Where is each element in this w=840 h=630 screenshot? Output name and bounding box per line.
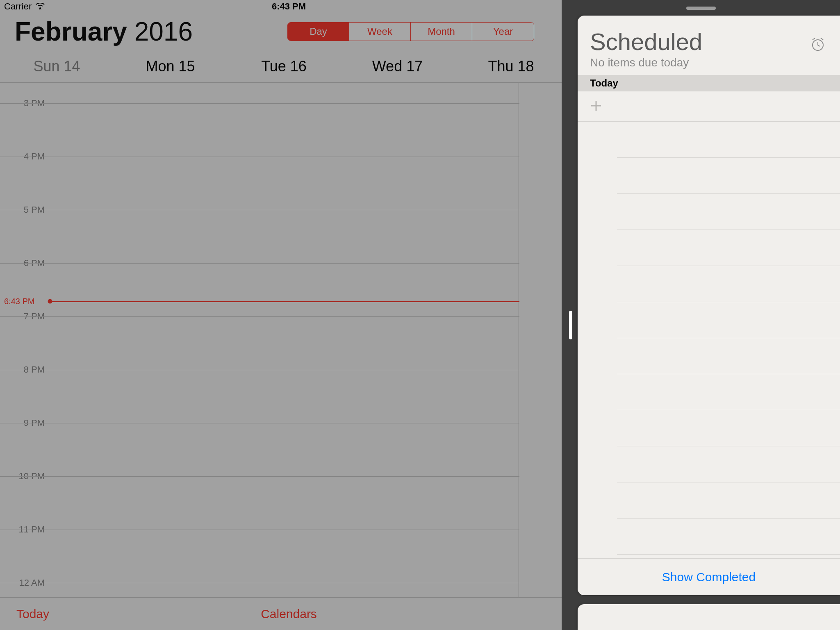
segment-year[interactable]: Year	[472, 23, 534, 41]
list-item[interactable]	[617, 302, 840, 338]
hour-line	[0, 423, 519, 423]
list-item[interactable]	[617, 194, 840, 230]
hour-line	[0, 210, 519, 210]
weekday-wed[interactable]: Wed 17	[341, 58, 454, 75]
reminders-title: Scheduled	[590, 28, 828, 55]
now-indicator-line	[48, 301, 519, 302]
calendars-button[interactable]: Calendars	[261, 607, 317, 621]
list-item[interactable]	[617, 482, 840, 519]
hour-line	[0, 157, 519, 157]
list-item[interactable]	[617, 374, 840, 410]
slideover-top-handle[interactable]	[686, 7, 716, 10]
status-bar: Carrier 6:43 PM	[0, 0, 578, 13]
list-item[interactable]	[617, 410, 840, 446]
plus-icon[interactable]	[590, 100, 602, 114]
calendar-toolbar: Today Calendars	[0, 597, 578, 630]
next-list-card-peek[interactable]	[578, 604, 840, 630]
hour-line	[0, 316, 519, 317]
alarm-clock-icon[interactable]	[810, 36, 826, 54]
weekday-sun[interactable]: Sun 14	[0, 58, 114, 75]
today-button[interactable]: Today	[16, 607, 49, 621]
weekday-thu[interactable]: Thu 18	[454, 58, 568, 75]
hour-line	[0, 103, 519, 104]
hour-line	[0, 263, 519, 264]
list-item[interactable]	[617, 158, 840, 194]
weekday-mon[interactable]: Mon 15	[114, 58, 227, 75]
reminders-panel: Scheduled No items due today Today	[578, 16, 840, 595]
list-item[interactable]	[617, 519, 840, 555]
calendar-app: Carrier 6:43 PM February 2016 Day Week M…	[0, 0, 578, 630]
list-item[interactable]	[617, 266, 840, 302]
show-completed-button[interactable]: Show Completed	[662, 570, 756, 584]
reminders-subtitle: No items due today	[590, 56, 828, 69]
hour-line	[0, 583, 519, 583]
day-grid[interactable]: 3 PM 4 PM 5 PM 6 PM 7 PM 8 PM 9 PM 10 PM…	[0, 83, 578, 598]
hour-line	[0, 476, 519, 477]
status-carrier: Carrier	[4, 1, 32, 12]
list-item[interactable]	[617, 338, 840, 374]
calendar-title: February 2016	[15, 16, 193, 47]
section-today: Today	[578, 75, 840, 91]
list-item[interactable]	[617, 230, 840, 266]
add-reminder-row[interactable]	[578, 91, 840, 122]
segment-week[interactable]: Week	[349, 23, 411, 41]
now-time-label: 6:43 PM	[4, 297, 34, 306]
list-item[interactable]	[617, 122, 840, 158]
reminders-footer: Show Completed	[578, 558, 840, 595]
reminders-header: Scheduled No items due today	[578, 16, 840, 75]
hour-line	[0, 370, 519, 370]
weekday-header-row: Sun 14 Mon 15 Tue 16 Wed 17 Thu 18	[0, 50, 578, 83]
slideover-resize-handle[interactable]	[569, 311, 572, 339]
status-time: 6:43 PM	[272, 1, 306, 12]
wifi-icon	[36, 1, 45, 12]
segment-month[interactable]: Month	[411, 23, 472, 41]
day-column-divider	[519, 83, 519, 598]
svg-point-0	[39, 7, 41, 9]
reminder-list[interactable]	[578, 91, 840, 555]
segment-day[interactable]: Day	[288, 23, 349, 41]
hour-line	[0, 530, 519, 530]
weekday-tue[interactable]: Tue 16	[227, 58, 341, 75]
calendar-header: February 2016 Day Week Month Year	[0, 13, 578, 50]
list-item[interactable]	[617, 446, 840, 482]
view-segmented-control[interactable]: Day Week Month Year	[287, 22, 534, 41]
